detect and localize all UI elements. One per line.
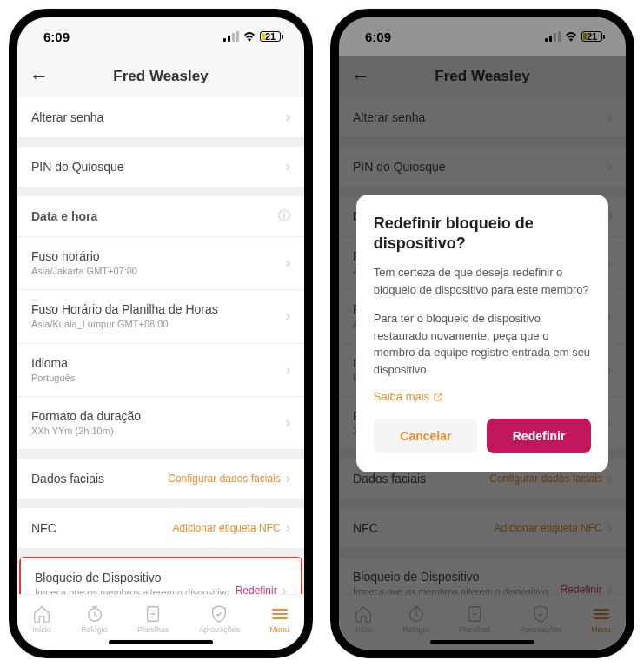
- info-icon[interactable]: ⓘ: [278, 208, 290, 224]
- wifi-icon: [242, 31, 256, 42]
- page-header: ← Fred Weasley: [17, 56, 304, 97]
- home-indicator: [109, 640, 213, 644]
- row-nfc[interactable]: NFC Adicionar etiqueta NFC ›: [17, 508, 304, 549]
- tab-sheets[interactable]: Planilhas: [137, 604, 169, 634]
- page-title: Fred Weasley: [113, 68, 208, 85]
- modal-text-2: Para ter o bloqueio de dispositivo resta…: [374, 310, 591, 378]
- external-link-icon: [433, 392, 443, 402]
- chevron-right-icon: ›: [286, 362, 290, 378]
- chevron-right-icon: ›: [286, 308, 290, 324]
- modal-backdrop[interactable]: Redefinir bloqueio de dispositivo? Tem c…: [339, 17, 626, 650]
- modal-buttons: Cancelar Redefinir: [374, 419, 591, 453]
- modal-text-1: Tem certeza de que deseja redefinir o bl…: [374, 264, 591, 298]
- row-change-password[interactable]: Alterar senha ›: [17, 97, 304, 138]
- row-device-lock[interactable]: Bloqueio de DispositivoImpeça que os mem…: [21, 558, 301, 594]
- configure-facial-link[interactable]: Configurar dados faciais: [168, 472, 280, 485]
- chevron-right-icon: ›: [286, 159, 290, 175]
- row-duration-format[interactable]: Formato da duraçãoXXh YYm (2h 10m) ›: [17, 397, 304, 450]
- tab-menu[interactable]: Menu: [269, 604, 289, 634]
- row-facial-data[interactable]: Dados faciais Configurar dados faciais ›: [17, 459, 304, 499]
- device-lock-highlight: Bloqueio de DispositivoImpeça que os mem…: [19, 557, 302, 594]
- learn-more-link[interactable]: Saiba mais: [374, 390, 591, 403]
- back-button[interactable]: ←: [30, 65, 49, 88]
- row-language[interactable]: IdiomaPortuguês ›: [17, 344, 304, 397]
- section-datetime: Data e hora ⓘ: [17, 196, 304, 237]
- chevron-right-icon: ›: [282, 583, 287, 594]
- phone-left: 6:09 21 ← Fred Weasley Alterar senha › P…: [9, 9, 313, 658]
- chevron-right-icon: ›: [286, 109, 290, 125]
- row-timezone[interactable]: Fuso horárioAsia/Jakarta GMT+07:00 ›: [17, 237, 304, 290]
- row-kiosk-pin[interactable]: PIN do Quiosque ›: [17, 147, 304, 188]
- modal-title: Redefinir bloqueio de dispositivo?: [374, 214, 591, 254]
- add-nfc-link[interactable]: Adicionar etiqueta NFC: [173, 522, 281, 534]
- status-right: 21: [223, 31, 283, 42]
- chevron-right-icon: ›: [286, 471, 290, 486]
- status-bar: 6:09 21: [17, 17, 304, 56]
- reset-device-lock-modal: Redefinir bloqueio de dispositivo? Tem c…: [356, 195, 608, 473]
- row-sheet-timezone[interactable]: Fuso Horário da Planilha de HorasAsia/Ku…: [17, 290, 304, 343]
- phone-right: 6:09 21 ← Fred Weasley Alterar senha› PI…: [330, 9, 634, 658]
- chevron-right-icon: ›: [286, 415, 290, 431]
- tab-approvals[interactable]: Aprovações: [199, 604, 241, 634]
- settings-list: Alterar senha › PIN do Quiosque › Data e…: [17, 97, 304, 594]
- status-time: 6:09: [43, 30, 70, 44]
- confirm-button[interactable]: Redefinir: [487, 419, 591, 453]
- chevron-right-icon: ›: [286, 255, 290, 271]
- chevron-right-icon: ›: [286, 520, 290, 536]
- signal-icon: [223, 31, 239, 42]
- tab-clock[interactable]: Relógio: [81, 604, 108, 634]
- battery-icon: 21: [260, 31, 283, 42]
- cancel-button[interactable]: Cancelar: [374, 419, 478, 453]
- menu-icon: [270, 604, 289, 624]
- tab-home[interactable]: Início: [32, 604, 51, 634]
- reset-device-lock-link[interactable]: Redefinir: [236, 584, 277, 594]
